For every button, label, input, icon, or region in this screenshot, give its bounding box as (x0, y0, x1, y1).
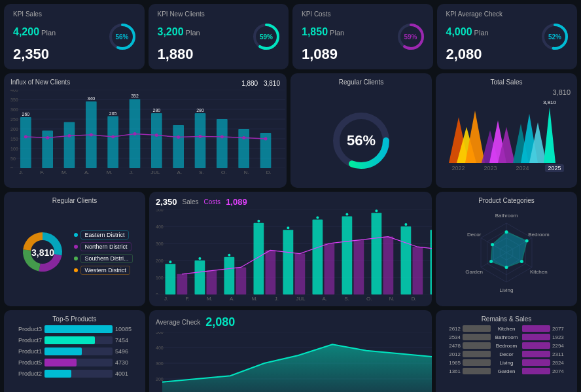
total-sales-title: Total Sales (442, 79, 571, 86)
svg-text:500: 500 (156, 332, 164, 334)
svg-text:500: 500 (156, 209, 164, 212)
svg-rect-38 (173, 125, 184, 168)
kpi-circle: 59% (396, 22, 425, 51)
remains-num1: 2478 (442, 343, 461, 349)
svg-text:300: 300 (156, 361, 164, 366)
influx-nums: 1,880 3,810 (238, 80, 280, 87)
svg-text:0: 0 (156, 293, 158, 294)
remains-num1: 1965 (442, 360, 461, 366)
kpi-circle: 56% (108, 22, 137, 51)
influx-val2: 3,810 (264, 80, 280, 87)
sc-costs-val: 1,089 (226, 197, 247, 207)
svg-rect-29 (64, 122, 75, 169)
product-name: Product5 (10, 359, 42, 366)
row3: Regular Clients 3,810 Eastern DistrictNo… (4, 192, 577, 306)
kpi-row: KPI Sales 4,200 Plan 2,350 56% KPI New C… (4, 4, 577, 69)
svg-text:400: 400 (156, 224, 164, 229)
svg-point-134 (491, 243, 494, 246)
rc-center: 56% (297, 88, 425, 188)
pc-title: Product Categories (442, 197, 571, 204)
svg-rect-106 (177, 274, 188, 294)
svg-point-53 (220, 135, 224, 139)
svg-text:150: 150 (10, 137, 18, 141)
svg-point-50 (155, 134, 158, 137)
svg-rect-36 (151, 113, 162, 168)
kpi-title: KPI Sales (13, 10, 135, 18)
svg-point-95 (345, 213, 348, 215)
svg-text:Kitchen: Kitchen (530, 268, 548, 274)
remains-num1: 2534 (442, 334, 461, 340)
svg-point-130 (525, 239, 529, 242)
bar-track (44, 336, 113, 344)
remains-label: Bathroom (493, 334, 520, 340)
remains-num1: 2612 (442, 326, 461, 332)
svg-point-48 (111, 135, 114, 139)
svg-rect-96 (372, 213, 382, 294)
svg-text:0: 0 (10, 166, 13, 168)
product-name: Product7 (10, 337, 42, 344)
svg-rect-92 (313, 220, 323, 294)
svg-text:Bedroom: Bedroom (528, 231, 550, 237)
bar-track (44, 370, 113, 378)
sc-costs-label: Costs (204, 198, 221, 205)
svg-point-51 (177, 135, 180, 139)
sc-x-axis: J.F.M.A.M.J.JULA.S.O.N.D. (156, 296, 425, 302)
product-name: Product1 (10, 348, 42, 355)
product-name: Product3 (10, 326, 42, 332)
rc-title: Regular Clients (297, 79, 425, 86)
remains-label: Garden (493, 368, 520, 374)
svg-text:400: 400 (10, 90, 18, 92)
svg-point-93 (316, 217, 319, 219)
svg-rect-41 (217, 119, 228, 168)
svg-text:50: 50 (10, 156, 16, 161)
svg-text:200: 200 (156, 377, 164, 382)
total-sales-value: 3,810 (552, 88, 571, 96)
remains-num1: 2012 (442, 351, 461, 357)
bar-fill (44, 325, 113, 333)
svg-text:300: 300 (156, 241, 164, 246)
svg-text:280: 280 (196, 108, 204, 113)
rc-legend-item: Southern Distri... (74, 254, 132, 263)
rc-pie-value: 3,810 (31, 247, 54, 258)
total-sales-years: 2022202320242025 (442, 164, 571, 172)
product-name: Product2 (10, 370, 42, 377)
svg-rect-110 (295, 254, 306, 294)
remains-label: Decor (493, 351, 520, 357)
sc-sales-val: 2,350 (156, 197, 177, 207)
remains-num2: 2074 (552, 368, 571, 374)
dashboard: KPI Sales 4,200 Plan 2,350 56% KPI New C… (0, 0, 581, 392)
svg-text:350: 350 (10, 98, 18, 102)
svg-rect-84 (195, 260, 205, 294)
avg-title: Average Check (156, 319, 200, 326)
influx-card: Influx of New Clients 1,880 3,810 050100… (4, 73, 287, 188)
svg-point-87 (228, 254, 230, 257)
remains-label: Bedroom (493, 343, 520, 349)
svg-text:Living: Living (500, 287, 514, 293)
svg-text:200: 200 (10, 127, 18, 132)
product-value: 10085 (115, 326, 139, 332)
avg-header: Average Check 2,080 (156, 315, 425, 329)
influx-x-axis: J.F.M.A.M.J.JULA.S.O.N.D. (10, 169, 280, 175)
kpi-title: KPI New Clients (158, 10, 280, 18)
svg-marker-67 (544, 107, 555, 163)
remains-row: 2534 Bathroom 1923 (442, 334, 571, 340)
svg-point-45 (46, 136, 49, 139)
svg-text:100: 100 (156, 276, 164, 280)
kpi-card-1: KPI New Clients 3,200 Plan 1,880 59% (149, 4, 289, 69)
product-value: 4730 (115, 359, 139, 366)
top5-card: Top-5 Products Product3 10085 Product7 7… (4, 310, 145, 392)
remains-row: 1965 Living 2824 (442, 359, 571, 366)
remains-row: 2012 Decor 2311 (442, 351, 571, 357)
svg-point-97 (375, 209, 378, 212)
remains-num2: 2824 (552, 360, 571, 366)
remains-row: 2612 Kitchen 2077 (442, 325, 571, 332)
product-value: 4001 (115, 370, 139, 377)
remains-title: Remains & Sales (442, 315, 571, 323)
svg-rect-94 (342, 216, 353, 294)
svg-text:3,810: 3,810 (543, 99, 557, 105)
remains-label: Kitchen (493, 326, 520, 332)
svg-point-91 (287, 226, 289, 229)
avg-value: 2,080 (205, 315, 235, 329)
rc-legend-item: Northern District (74, 242, 132, 251)
total-sales-chart: 3,810 (442, 98, 571, 163)
